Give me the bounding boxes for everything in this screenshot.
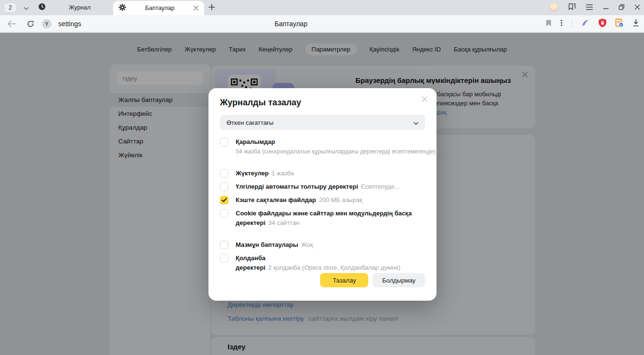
toolbar-divider [571, 20, 572, 28]
close-icon[interactable] [194, 4, 198, 12]
clear-option-row: Қаралымдар54 жазба (синхрондалатын құрыл… [220, 137, 425, 156]
clear-option-row: Cookie файлдары және сайттар мен модульд… [220, 209, 425, 228]
bookmark-icon[interactable] [546, 20, 551, 29]
clear-option-label[interactable]: Қаралымдар [236, 138, 275, 145]
clear-button[interactable]: Тазалау [320, 273, 368, 287]
clear-option-label[interactable]: Кэште сақталған файлдар [236, 196, 316, 203]
panels-icon[interactable] [568, 3, 576, 12]
clear-option-detail: Жоқ [301, 241, 313, 248]
clear-option-row: Үлгілерді автоматты толтыру деректеріЕсе… [220, 182, 425, 192]
shield-lock-icon[interactable] [599, 19, 606, 29]
clear-option-label[interactable]: Қолданба деректері [236, 254, 265, 271]
tab-list-button[interactable] [20, 2, 32, 13]
period-select-value: Өткен сағаттағы [227, 119, 414, 126]
plus-icon [208, 4, 215, 12]
clear-option-label[interactable]: Үлгілерді автоматты толтыру деректері [236, 183, 358, 190]
extension-feather-icon[interactable] [581, 19, 590, 29]
checkbox-checked[interactable] [220, 196, 229, 204]
doc-check-icon[interactable] [615, 19, 623, 29]
settings-page: БетбелгілерЖүктеулерТарихКеңейтулерПарам… [0, 33, 644, 355]
restore-icon[interactable] [619, 3, 624, 12]
close-icon[interactable] [419, 94, 430, 104]
menu-icon[interactable] [586, 3, 593, 12]
clear-options-list: Қаралымдар54 жазба (синхрондалатын құрыл… [220, 137, 425, 276]
clear-option-detail: 200 МБ азырақ [319, 196, 363, 203]
tab-settings-active[interactable]: Баптаулар [113, 1, 204, 15]
clear-option-label[interactable]: Мазмұн баптаулары [236, 241, 298, 248]
tab-history[interactable]: Журнал [35, 0, 116, 15]
page-title: Баптаулар [0, 15, 582, 32]
clear-option-detail: 54 жазба (синхрондалатын құрылғылардағы … [236, 147, 436, 156]
clear-option-label[interactable]: Cookie файлдары және сайттар мен модульд… [236, 210, 412, 226]
browser-window: 2 Журнал [0, 0, 644, 355]
tab-bar: 2 Журнал [0, 0, 644, 15]
clear-option-row: Кэште сақталған файлдар200 МБ азырақ [220, 195, 425, 205]
chevron-down-icon [24, 3, 29, 12]
clear-option-row: Жүктеулер1 жазба [220, 169, 425, 178]
gear-icon [119, 4, 126, 13]
clear-option-detail: 1 жазба [271, 170, 294, 177]
clear-option-label[interactable]: Жүктеулер [236, 170, 269, 177]
clock-icon [38, 3, 46, 12]
clear-option-detail: 2 қолданба (Opera store, Қолданбалар дүк… [268, 264, 400, 271]
avatar[interactable] [550, 3, 558, 12]
clear-history-dialog: Журналды тазалау Өткен сағаттағы Қаралым… [208, 88, 436, 301]
kebab-icon[interactable] [561, 19, 562, 29]
dialog-title: Журналды тазалау [220, 98, 301, 108]
download-icon[interactable] [633, 19, 639, 29]
clear-option-row: Қолданба деректері2 қолданба (Opera stor… [220, 254, 425, 273]
checkbox-unchecked[interactable] [220, 209, 229, 218]
clear-option-detail: Есептелуде... [361, 183, 400, 190]
checkbox-unchecked[interactable] [220, 138, 229, 146]
minimize-icon[interactable] [603, 3, 609, 12]
chevron-down-icon [414, 119, 418, 126]
clear-option-row: Мазмұн баптауларыЖоқ [220, 240, 425, 250]
clear-option-detail: 34 сайттан [268, 219, 299, 226]
address-bar: Y settings Баптаулар [0, 15, 644, 32]
period-select[interactable]: Өткен сағаттағы [220, 115, 425, 130]
tab-label: Журнал [46, 4, 114, 11]
checkbox-unchecked[interactable] [220, 169, 229, 178]
tab-count-badge[interactable]: 2 [4, 2, 17, 13]
cancel-button[interactable]: Болдырмау [373, 273, 425, 287]
checkbox-unchecked[interactable] [220, 241, 229, 249]
tab-label: Баптаулар [126, 5, 194, 11]
checkbox-unchecked[interactable] [220, 254, 229, 263]
checkbox-unchecked[interactable] [220, 183, 229, 191]
close-icon[interactable] [634, 3, 640, 12]
new-tab-button[interactable] [207, 3, 217, 13]
